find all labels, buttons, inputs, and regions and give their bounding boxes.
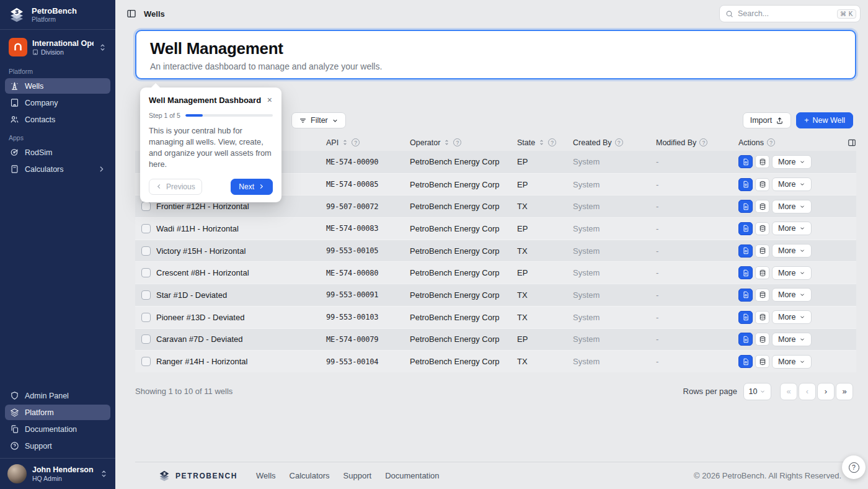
- more-button[interactable]: More: [772, 288, 812, 302]
- sidebar-toggle-button[interactable]: [124, 6, 139, 21]
- more-button[interactable]: More: [772, 244, 812, 258]
- rodsim-action-button[interactable]: [738, 289, 753, 302]
- rodsim-action-button[interactable]: [738, 222, 753, 235]
- more-button[interactable]: More: [772, 177, 812, 191]
- column-help-icon[interactable]: ?: [767, 138, 775, 146]
- well-name[interactable]: Victory #15H - Horizontal: [154, 246, 326, 256]
- rodsim-action-button[interactable]: [738, 155, 753, 168]
- row-checkbox[interactable]: [141, 202, 151, 211]
- well-name[interactable]: Caravan #7D - Deviated: [154, 334, 326, 344]
- breadcrumb: Wells: [144, 9, 165, 19]
- column-header-modified-by[interactable]: Modified By ?: [656, 138, 738, 147]
- rodsim-action-button[interactable]: [738, 311, 753, 324]
- import-button[interactable]: Import: [743, 112, 791, 128]
- sort-icon[interactable]: [538, 139, 545, 146]
- sidebar-item-support[interactable]: Support: [5, 438, 110, 454]
- sidebar-item-wells[interactable]: Wells: [5, 78, 110, 94]
- footer-link-documentation[interactable]: Documentation: [385, 471, 439, 480]
- data-action-button[interactable]: [755, 200, 769, 213]
- sidebar-item-admin-panel[interactable]: Admin Panel: [5, 388, 110, 403]
- more-button[interactable]: More: [772, 266, 812, 280]
- more-button[interactable]: More: [772, 155, 812, 169]
- sidebar-item-calculators[interactable]: Calculators: [5, 161, 110, 177]
- close-icon[interactable]: ×: [267, 96, 273, 104]
- sort-icon[interactable]: [342, 139, 348, 146]
- rodsim-action-button[interactable]: [738, 244, 753, 258]
- more-button[interactable]: More: [772, 200, 812, 213]
- sidebar-item-rodsim[interactable]: RodSim: [5, 145, 110, 160]
- data-action-button[interactable]: [755, 155, 769, 168]
- row-select-cell: [135, 290, 154, 300]
- data-action-button[interactable]: [755, 244, 769, 258]
- filter-button[interactable]: Filter: [291, 112, 346, 128]
- search-input[interactable]: Search... ⌘ K: [719, 5, 861, 22]
- rodsim-action-button[interactable]: [738, 333, 753, 346]
- previous-page-button[interactable]: ‹: [799, 383, 816, 400]
- rodsim-action-button[interactable]: [738, 355, 753, 368]
- data-action-button[interactable]: [755, 289, 769, 302]
- footer-link-calculators[interactable]: Calculators: [290, 471, 330, 480]
- next-page-button[interactable]: ›: [817, 383, 835, 400]
- data-action-button[interactable]: [755, 333, 769, 346]
- more-button[interactable]: More: [772, 355, 812, 369]
- column-settings-icon[interactable]: [848, 138, 856, 147]
- data-action-button[interactable]: [755, 222, 769, 235]
- table-row[interactable]: Wadi #11H - Horizontal ME-574-00083 Petr…: [135, 217, 856, 240]
- rodsim-action-button[interactable]: [738, 178, 753, 191]
- sidebar-item-company[interactable]: Company: [5, 95, 110, 110]
- column-help-icon[interactable]: ?: [453, 138, 461, 146]
- help-button[interactable]: ?: [842, 455, 866, 479]
- row-checkbox[interactable]: [141, 246, 151, 256]
- sidebar-item-platform[interactable]: Platform: [5, 405, 110, 420]
- rows-per-page-select[interactable]: 10: [743, 383, 771, 400]
- well-api: ME-574-00079: [326, 335, 410, 344]
- column-header-operator[interactable]: Operator ?: [410, 138, 517, 147]
- more-button[interactable]: More: [772, 333, 812, 346]
- new-well-button[interactable]: + New Well: [796, 112, 853, 128]
- row-checkbox[interactable]: [141, 224, 151, 233]
- rodsim-action-button[interactable]: [738, 266, 753, 279]
- row-checkbox[interactable]: [141, 313, 151, 322]
- first-page-button[interactable]: «: [780, 383, 797, 400]
- org-switcher[interactable]: International Operatio Division: [5, 35, 110, 59]
- tour-next-button[interactable]: Next: [231, 179, 273, 195]
- table-row[interactable]: Ranger #14H - Horizontal 99-553-00104 Pe…: [135, 350, 856, 372]
- rodsim-action-button[interactable]: [738, 200, 753, 213]
- column-header-api[interactable]: API ?: [326, 138, 410, 147]
- column-help-icon[interactable]: ?: [615, 138, 623, 146]
- more-button[interactable]: More: [772, 310, 812, 324]
- row-checkbox[interactable]: [141, 268, 151, 277]
- data-action-button[interactable]: [755, 355, 769, 368]
- row-checkbox[interactable]: [141, 290, 151, 300]
- tour-previous-button[interactable]: Previous: [149, 179, 202, 195]
- footer-link-wells[interactable]: Wells: [256, 471, 276, 480]
- more-button[interactable]: More: [772, 222, 812, 235]
- column-help-icon[interactable]: ?: [699, 138, 707, 146]
- column-header-created-by[interactable]: Created By ?: [573, 138, 656, 147]
- table-row[interactable]: Caravan #7D - Deviated ME-574-00079 Petr…: [135, 328, 856, 351]
- footer-link-support[interactable]: Support: [343, 471, 372, 480]
- sort-icon[interactable]: [443, 139, 450, 146]
- row-checkbox[interactable]: [141, 357, 151, 366]
- row-checkbox[interactable]: [141, 334, 151, 344]
- last-page-button[interactable]: »: [836, 383, 853, 400]
- user-menu[interactable]: John Henderson HQ Admin: [0, 458, 115, 489]
- table-row[interactable]: Pioneer #13D - Deviated 99-553-00103 Pet…: [135, 306, 856, 328]
- data-action-button[interactable]: [755, 311, 769, 324]
- column-help-icon[interactable]: ?: [352, 138, 360, 146]
- well-name[interactable]: Ranger #14H - Horizontal: [154, 357, 326, 366]
- column-help-icon[interactable]: ?: [548, 138, 556, 146]
- well-name[interactable]: Star #1D - Deviated: [154, 290, 326, 300]
- data-action-button[interactable]: [755, 178, 769, 191]
- data-action-button[interactable]: [755, 266, 769, 279]
- table-row[interactable]: Victory #15H - Horizontal 99-553-00105 P…: [135, 240, 856, 262]
- well-name[interactable]: Frontier #12H - Horizontal: [154, 202, 326, 211]
- sidebar-item-documentation[interactable]: Documentation: [5, 421, 110, 437]
- table-row[interactable]: Star #1D - Deviated 99-553-00091 PetroBe…: [135, 284, 856, 306]
- table-row[interactable]: Crescent #8H - Horizontal ME-574-00080 P…: [135, 261, 856, 284]
- column-header-state[interactable]: State ?: [517, 138, 573, 147]
- well-name[interactable]: Pioneer #13D - Deviated: [154, 313, 326, 322]
- well-name[interactable]: Wadi #11H - Horizontal: [154, 224, 326, 233]
- sidebar-item-contacts[interactable]: Contacts: [5, 112, 110, 127]
- well-name[interactable]: Crescent #8H - Horizontal: [154, 268, 326, 277]
